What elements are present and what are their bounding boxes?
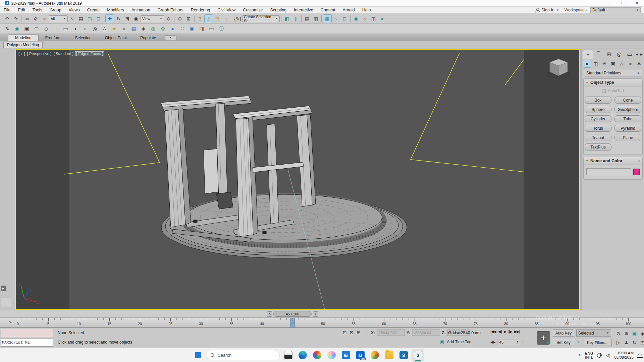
maxscript-editor-icon[interactable]: ✎ — [3, 24, 12, 33]
previous-frame-slider-button[interactable]: < — [267, 311, 272, 317]
panel-scroll-left-icon[interactable]: ◀ — [635, 53, 639, 56]
speaker-icon[interactable]: ◁) — [606, 353, 610, 358]
time-configuration-icon[interactable]: ◔ — [521, 340, 524, 345]
menu-item[interactable]: Interactive — [290, 7, 317, 14]
set-key-button[interactable]: Set Key — [553, 339, 574, 346]
taskbar-app-copilot[interactable] — [325, 349, 337, 361]
set-keys-button[interactable]: + — [537, 331, 550, 345]
taskbar-app-outlook[interactable]: O NEW — [354, 349, 366, 361]
orbit-icon[interactable]: ↻ — [631, 338, 638, 347]
ribbon-tab[interactable]: Selection — [68, 35, 98, 41]
primitive-button[interactable]: Sphere — [585, 106, 611, 113]
reference-coordinate-dropdown[interactable]: View ▼ — [141, 15, 164, 22]
viewport-canvas-icon[interactable]: ▣ — [22, 24, 31, 33]
keyboard-shortcut-override-icon[interactable]: ⊞ ▼ — [184, 15, 193, 23]
current-frame-field[interactable]: 45 ▲ ▼ — [497, 339, 519, 345]
scene-explorer-icon[interactable]: ▤ ▼ — [303, 15, 311, 23]
tab-motion[interactable]: ◎ — [614, 50, 624, 59]
separator[interactable]: ▼ — [350, 15, 351, 22]
expand-tray-button[interactable]: ▶ — [1, 286, 6, 291]
menu-item[interactable]: Customize — [239, 7, 266, 14]
panel-scroll-right-icon[interactable]: ▶ — [640, 53, 643, 56]
taskbar-app-edge[interactable] — [297, 349, 309, 361]
shape-cone-icon[interactable]: △ — [100, 24, 109, 33]
category-space-warps[interactable]: ≈ — [627, 60, 634, 67]
menu-item[interactable]: Rendering — [187, 7, 214, 14]
capture-region-icon[interactable]: ◌ — [51, 24, 60, 33]
rendered-frame-window-icon[interactable]: ◫ ▼ — [369, 15, 378, 23]
next-frame-slider-button[interactable]: > — [313, 311, 318, 317]
isolate-selection-icon[interactable]: ⊡ — [343, 330, 347, 335]
add-time-tag[interactable]: ▣ Add Time Tag — [440, 339, 471, 344]
material-editor-icon[interactable]: ◉ ▼ — [352, 15, 360, 23]
primitive-button[interactable]: Cone — [614, 97, 641, 104]
selection-filter-dropdown[interactable]: All ▼ — [49, 15, 68, 22]
start-button[interactable] — [192, 350, 204, 361]
ribbon-tab[interactable]: Freeform — [39, 35, 68, 41]
category-lights[interactable]: ☀ — [601, 60, 608, 67]
render-setup-icon[interactable]: ☼ ▼ — [361, 15, 369, 23]
maximize-button[interactable]: □ — [616, 0, 630, 6]
dots-array-icon[interactable]: ∷ — [178, 24, 187, 33]
selection-set-dropdown[interactable]: Selected ▼ — [576, 329, 611, 337]
select-by-name-icon[interactable]: ▤ ▼ — [77, 15, 85, 23]
primitive-button[interactable]: Tube — [614, 115, 641, 122]
viewport-label-segment[interactable]: [ Standard ] — [53, 52, 73, 56]
primitive-button[interactable]: Plane — [614, 134, 641, 141]
tab-hierarchy[interactable]: ⊞ — [604, 50, 613, 59]
select-and-manipulate-icon[interactable]: ⊕ ▼ — [176, 15, 184, 23]
mirror-icon[interactable]: ◧ ▼ — [283, 15, 291, 23]
search-input[interactable]: Search — [206, 350, 280, 360]
menu-item[interactable]: Graph Editors — [154, 7, 187, 14]
edit-named-selection-sets-icon[interactable]: {✎} ▼ — [233, 15, 242, 23]
select-and-rotate-icon[interactable]: ↻ ▼ — [114, 15, 123, 23]
maxscript-mini-listener[interactable]: MAXScript Mi — [1, 338, 53, 347]
network-globe-icon[interactable] — [597, 353, 602, 358]
ribbon-toggle-icon[interactable]: ▦ ▼ — [323, 15, 331, 23]
zoom-icon[interactable]: ⊙ — [614, 329, 622, 338]
tray-chevron-icon[interactable]: ∧ — [578, 353, 581, 357]
shape-rectangle-icon[interactable]: ▭ — [61, 24, 70, 33]
menu-item[interactable]: Modifiers — [103, 7, 128, 14]
mini-curve-editor-button[interactable]: ∿ — [7, 320, 13, 325]
frame-spinner[interactable]: ▲ ▼ — [517, 341, 519, 344]
taskbar-app-media[interactable] — [369, 349, 381, 361]
separator[interactable]: ▼ — [232, 15, 232, 22]
menu-item[interactable]: Group — [46, 7, 65, 14]
shape-circle-icon[interactable]: ○ — [80, 24, 90, 33]
separator[interactable]: ▼ — [104, 15, 104, 22]
select-and-move-icon[interactable]: ✚ ▼ — [106, 15, 114, 23]
name-color-rollout-header[interactable]: ▼ Name and Color ∷ — [584, 157, 642, 165]
tab-modify[interactable]: ⌒ — [594, 50, 603, 59]
x-coordinate-field[interactable]: 75944.357 — [377, 329, 405, 336]
perspective-match-icon[interactable]: ◇ — [42, 24, 51, 33]
maximize-viewport-icon[interactable]: ◳ — [639, 338, 644, 347]
primitive-category-dropdown[interactable]: Standard Primitives ▼ — [584, 70, 642, 76]
taskbar-app-photos[interactable] — [311, 349, 323, 361]
select-and-place-icon[interactable]: ◉ ▼ — [132, 15, 140, 23]
category-shapes[interactable]: ◫ — [592, 60, 599, 67]
transform-gizmo-icon[interactable]: ⊞ — [357, 330, 361, 335]
dock-swatch[interactable] — [1, 298, 11, 307]
menu-item[interactable]: Scripting — [266, 7, 290, 14]
perspective-viewport[interactable]: [ + ][ Perspective ][ Standard ][ Edged … — [15, 49, 580, 310]
shape-capsule-icon[interactable]: ◖ — [71, 24, 80, 33]
menu-item[interactable]: Edit — [14, 7, 29, 14]
slate-view-icon[interactable]: ▣ — [187, 24, 197, 33]
previous-frame-button[interactable]: ◀|| — [498, 329, 502, 334]
align-icon[interactable]: ∥ ▼ — [291, 15, 300, 23]
shape-sphere-icon[interactable]: ● — [119, 24, 128, 33]
percent-snap-icon[interactable]: % ▼ — [213, 15, 222, 23]
go-to-end-button[interactable]: ▶▶| — [514, 329, 520, 334]
snap-toggle-3d-icon[interactable]: 3 ▼ — [196, 15, 204, 23]
menu-item[interactable]: Arnold — [339, 7, 359, 14]
separator[interactable]: ▼ — [21, 15, 21, 22]
language-indicator[interactable]: ENG INTL — [585, 351, 593, 359]
sign-in-button[interactable]: Sign In ▼ — [532, 8, 562, 12]
category-helpers[interactable]: △ — [618, 60, 625, 67]
ribbon-overflow-button[interactable]: ▾ — [165, 35, 176, 40]
object-color-swatch[interactable] — [633, 169, 640, 175]
primitive-button[interactable]: TextPlus — [585, 143, 611, 150]
object-type-rollout-header[interactable]: ▼ Object Type ∷ — [584, 79, 642, 86]
frame-step-icon[interactable]: ◀▶ — [490, 340, 495, 344]
